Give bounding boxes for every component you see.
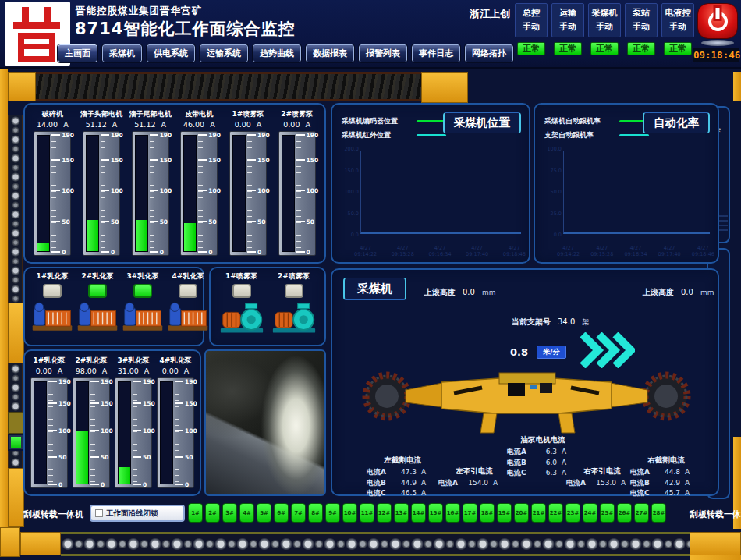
gauge-label: 溜子尾部电机 — [129, 109, 172, 119]
support-button-23#[interactable]: 23# — [566, 503, 580, 523]
gauge-readout: 51.12A — [134, 119, 166, 129]
support-button-24#[interactable]: 24# — [583, 503, 597, 523]
gauge-value: 51.12 — [86, 119, 107, 129]
support-button-16#[interactable]: 16# — [445, 503, 460, 523]
gauge-fill — [184, 223, 196, 251]
status-name: 运输 — [552, 6, 583, 20]
y-tick-label: 0.0 — [334, 232, 359, 237]
gauge-label: 皮带电机 — [185, 109, 213, 119]
pump-run-indicator — [285, 284, 303, 298]
support-button-9#[interactable]: 9# — [325, 503, 340, 523]
gauge-unit: A — [58, 366, 63, 376]
x-tick-label: 4/2709:18:46 — [503, 245, 526, 257]
gauge-value: 31.00 — [118, 366, 139, 376]
motor-gauge-panel: 破碎机14.00A190150100500溜子头部电机51.12A1901501… — [23, 103, 326, 264]
support-button-1#[interactable]: 1# — [188, 503, 203, 523]
gauge-unit: A — [161, 119, 166, 129]
status-group: 泵站手动正常 — [625, 3, 658, 55]
status-mode: 手动 — [626, 20, 657, 34]
current-row: 电流B44.9A — [367, 478, 438, 489]
support-button-28#[interactable]: 28# — [651, 503, 666, 523]
gauge-channel — [34, 381, 47, 484]
support-button-10#[interactable]: 10# — [342, 503, 357, 523]
support-button-11#[interactable]: 11# — [360, 503, 374, 523]
company-name: 晋能控股煤业集团晋华宫矿 — [76, 5, 202, 18]
automation-rate-chart-panel: 采煤机自动跟机率支架自动跟机率 自动化率 100.075.050.025.00.… — [534, 103, 719, 264]
gauge-fill — [136, 220, 147, 251]
support-button-7#[interactable]: 7# — [291, 503, 306, 523]
face-line-lock-button[interactable]: 工作面沿线闭锁 — [90, 505, 185, 522]
shearer-position-chart-panel: 采煤机编码器位置采煤机红外位置 采煤机位置 200.0150.0100.050.… — [331, 103, 530, 264]
tab-6[interactable]: 数据报表 — [306, 44, 354, 62]
gauge-皮带电机: 皮带电机46.00A190150100500 — [176, 109, 222, 256]
support-button-20#[interactable]: 20# — [514, 503, 529, 523]
support-button-19#[interactable]: 19# — [497, 503, 512, 523]
gauge-scale: 190150100500 — [296, 135, 313, 252]
support-button-3#[interactable]: 3# — [222, 503, 237, 523]
status-name: 电液控 — [662, 6, 693, 20]
support-button-27#[interactable]: 27# — [634, 503, 649, 523]
legend-label: 采煤机自动跟机率 — [544, 116, 619, 126]
support-button-25#[interactable]: 25# — [600, 503, 615, 523]
gauge-body: 190150100500 — [229, 131, 267, 256]
gauge-readout: 0.00A — [162, 366, 190, 376]
support-button-5#[interactable]: 5# — [257, 503, 271, 523]
pump-run-indicator — [88, 284, 107, 298]
status-name-mode: 泵站手动 — [625, 3, 658, 37]
tab-7[interactable]: 报警列表 — [359, 44, 407, 62]
gauge-channel — [282, 135, 295, 252]
tab-4[interactable]: 运输系统 — [200, 44, 248, 62]
pump-gauge-panel: 1#乳化泵0.00A1901501005002#乳化泵98.00A1901501… — [23, 349, 201, 496]
support-button-6#[interactable]: 6# — [274, 503, 289, 523]
support-button-2#[interactable]: 2# — [205, 503, 220, 523]
support-button-21#[interactable]: 21# — [531, 503, 546, 523]
support-button-14#[interactable]: 14# — [411, 503, 426, 523]
gauge-unit: A — [184, 366, 190, 376]
legend-row: 采煤机红外位置 — [342, 128, 446, 142]
left-drum-height-unit: mm — [482, 289, 496, 296]
support-button-22#[interactable]: 22# — [548, 503, 563, 523]
support-button-8#[interactable]: 8# — [308, 503, 323, 523]
gauge-body: 190150100500 — [115, 377, 152, 488]
support-button-15#[interactable]: 15# — [428, 503, 443, 523]
gauge-scale: 190150100500 — [90, 381, 107, 484]
tab-9[interactable]: 网络拓扑 — [465, 44, 513, 62]
tab-5[interactable]: 趋势曲线 — [253, 44, 301, 62]
legend-label: 支架自动跟机率 — [544, 130, 619, 140]
tab-3[interactable]: 供电系统 — [147, 44, 195, 62]
gauge-scale: 190150100500 — [150, 135, 166, 252]
support-button-18#[interactable]: 18# — [480, 503, 495, 523]
system-status-groups: 总控手动正常运输手动正常采煤机手动正常泵站手动正常电液控手动正常 — [515, 3, 694, 55]
spray-pump-panel: 1#喷雾泵2#喷雾泵 — [209, 267, 326, 346]
tab-2[interactable]: 采煤机 — [102, 44, 142, 62]
pump-1#乳化泵: 1#乳化泵 — [30, 271, 75, 340]
tab-8[interactable]: 事件日志 — [412, 44, 460, 62]
chart-legend: 采煤机编码器位置采煤机红外位置 — [342, 114, 446, 142]
status-name-mode: 运输手动 — [551, 3, 584, 37]
y-tick-label: 150.0 — [334, 168, 359, 173]
support-button-17#[interactable]: 17# — [463, 503, 477, 523]
gauge-readout: 0.00A — [283, 119, 310, 129]
gauge-value: 98.00 — [76, 366, 97, 376]
emulsion-pump-icon — [120, 299, 165, 335]
current-group-左牵引电流: 左牵引电流电流A154.0A — [438, 466, 510, 489]
status-group: 运输手动正常 — [551, 3, 584, 55]
traction-speed-value: 0.8 — [510, 346, 528, 358]
support-button-12#[interactable]: 12# — [377, 503, 392, 523]
gauge-unit: A — [102, 366, 108, 376]
y-tick-label: 100.0 — [334, 190, 359, 194]
power-button[interactable] — [697, 3, 738, 39]
gauge-溜子头部电机: 溜子头部电机51.12A190150100500 — [78, 109, 125, 256]
support-button-13#[interactable]: 13# — [394, 503, 409, 523]
support-number-value: 34.0 — [558, 317, 575, 326]
support-button-4#[interactable]: 4# — [239, 503, 254, 523]
chart-title: 采煤机位置 — [443, 112, 522, 133]
gauge-value: 46.00 — [183, 119, 204, 129]
gauge-readout: 0.00A — [36, 366, 63, 376]
tab-1[interactable]: 主画面 — [58, 44, 98, 62]
y-tick-label: 0.0 — [537, 232, 562, 237]
support-button-26#[interactable]: 26# — [617, 503, 632, 523]
top-conveyor-belt — [36, 72, 421, 101]
gauge-1#乳化泵: 1#乳化泵0.00A190150100500 — [28, 356, 70, 488]
gauge-scale: 190150100500 — [247, 135, 264, 252]
